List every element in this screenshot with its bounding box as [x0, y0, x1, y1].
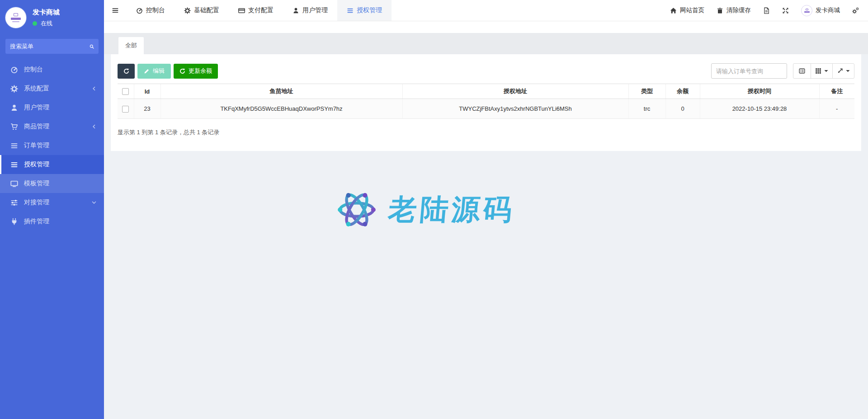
app-root: 发卡商城 在线 控制台 系统配置 用户管理: [0, 0, 868, 419]
gear-icon: [184, 7, 191, 14]
nav-tab-user-management[interactable]: 用户管理: [283, 0, 337, 21]
nav-tab-label: 控制台: [146, 6, 165, 14]
watermark: 老陆源码: [336, 189, 515, 231]
settings-button[interactable]: [852, 7, 859, 14]
order-search-input[interactable]: [711, 63, 787, 79]
tab-all[interactable]: 全部: [118, 37, 144, 54]
refresh-icon: [179, 68, 185, 74]
nav-tab-console[interactable]: 控制台: [127, 0, 175, 21]
site-home-link[interactable]: 网站首页: [670, 6, 704, 14]
sub-header-band: [104, 21, 868, 33]
user-menu[interactable]: 发卡商城: [801, 5, 840, 16]
user-menu-label: 发卡商城: [816, 6, 840, 14]
list-icon: [347, 7, 354, 14]
sidebar-toggle-button[interactable]: [104, 0, 127, 21]
user-avatar: [801, 5, 812, 16]
export-button[interactable]: [832, 63, 854, 79]
menu-search-input[interactable]: [10, 43, 90, 50]
cell-remark: -: [819, 99, 854, 119]
sidebar-item-label: 授权管理: [24, 160, 49, 169]
sidebar-item-label: 系统配置: [24, 85, 49, 93]
menu-search-box: [5, 39, 99, 54]
column-header-id[interactable]: Id: [134, 84, 160, 99]
site-logo-avatar: [5, 7, 26, 28]
sidebar-item-authorization-management[interactable]: 授权管理: [0, 155, 104, 174]
atom-logo-icon: [336, 189, 377, 231]
cell-type: trc: [628, 99, 665, 119]
sidebar-item-label: 用户管理: [24, 104, 49, 112]
chevron-left-icon: [91, 86, 97, 91]
sidebar-item-template-management[interactable]: 模板管理: [0, 174, 104, 193]
sidebar-item-label: 订单管理: [24, 141, 49, 150]
column-header-type[interactable]: 类型: [628, 84, 665, 99]
sidebar-item-label: 插件管理: [24, 217, 49, 226]
list-icon: [10, 142, 18, 150]
sidebar-item-label: 对接管理: [24, 198, 49, 207]
refresh-icon: [123, 68, 129, 74]
tachometer-icon: [136, 7, 143, 14]
home-icon: [670, 7, 677, 14]
column-header-fry-address[interactable]: 鱼苗地址: [160, 84, 402, 99]
nav-tab-basic-config[interactable]: 基础配置: [175, 0, 229, 21]
site-home-label: 网站首页: [680, 6, 704, 14]
sidebar-item-system-config[interactable]: 系统配置: [0, 79, 104, 98]
column-header-balance[interactable]: 余额: [665, 84, 700, 99]
table-header-row: Id 鱼苗地址 授权地址 类型 余额 授权时间 备注: [118, 84, 854, 99]
columns-button[interactable]: [811, 63, 833, 79]
cell-balance: 0: [665, 99, 700, 119]
refresh-button[interactable]: [118, 64, 135, 79]
row-checkbox[interactable]: [122, 106, 129, 113]
cell-fry-address: TKFqXMyfrD5G5WccEBHuaqDXworPSYm7hz: [160, 99, 402, 119]
trash-icon: [717, 7, 723, 14]
caret-down-icon: [846, 70, 850, 72]
sidebar-item-integration-management[interactable]: 对接管理: [0, 193, 104, 212]
language-icon: [763, 7, 770, 14]
user-icon: [292, 7, 299, 14]
column-header-auth-address[interactable]: 授权地址: [402, 84, 628, 99]
sidebar-item-user-management[interactable]: 用户管理: [0, 98, 104, 117]
caret-down-icon: [824, 70, 828, 72]
menu-icon: [112, 7, 119, 14]
sidebar-item-console[interactable]: 控制台: [0, 60, 104, 79]
content-panel: 编辑 更新余额: [111, 54, 861, 151]
chevron-left-icon: [91, 124, 97, 129]
records-summary: 显示第 1 到第 1 条记录，总共 1 条记录: [118, 128, 854, 137]
gear-icon: [10, 85, 18, 93]
online-status: 在线: [33, 19, 60, 28]
select-all-checkbox[interactable]: [122, 88, 129, 95]
detail-view-icon: [799, 68, 805, 74]
sidebar-item-plugin-management[interactable]: 插件管理: [0, 212, 104, 231]
sidebar: 发卡商城 在线 控制台 系统配置 用户管理: [0, 0, 104, 419]
cell-auth-time: 2022-10-15 23:49:28: [700, 99, 819, 119]
sidebar-item-order-management[interactable]: 订单管理: [0, 136, 104, 155]
pencil-icon: [144, 68, 150, 74]
column-header-auth-time[interactable]: 授权时间: [700, 84, 819, 99]
nav-tab-label: 基础配置: [194, 6, 219, 14]
top-navbar: 控制台 基础配置 支付配置 用户管理 授权管理: [104, 0, 868, 21]
plug-icon: [10, 218, 18, 226]
language-button[interactable]: [763, 7, 770, 14]
nav-tab-label: 授权管理: [357, 6, 382, 14]
top-nav-tabs: 控制台 基础配置 支付配置 用户管理 授权管理: [127, 0, 392, 21]
online-dot-icon: [33, 21, 37, 26]
nav-tab-payment-config[interactable]: 支付配置: [229, 0, 283, 21]
sidebar-user-panel: 发卡商城 在线: [0, 0, 104, 33]
column-header-remark[interactable]: 备注: [819, 84, 854, 99]
update-balance-label: 更新余额: [189, 67, 212, 75]
online-status-label: 在线: [41, 19, 52, 28]
fullscreen-button[interactable]: [782, 7, 789, 14]
detail-view-button[interactable]: [793, 63, 811, 79]
authorization-table: Id 鱼苗地址 授权地址 类型 余额 授权时间 备注 23 TKFqXMyfrD…: [118, 84, 854, 119]
fullscreen-icon: [782, 7, 789, 14]
edit-button[interactable]: 编辑: [137, 64, 171, 79]
edit-button-label: 编辑: [153, 67, 165, 75]
search-icon[interactable]: [90, 43, 94, 50]
sidebar-item-product-management[interactable]: 商品管理: [0, 117, 104, 136]
nav-tab-authorization-management[interactable]: 授权管理: [337, 0, 392, 21]
clear-cache-button[interactable]: 清除缓存: [717, 6, 751, 14]
chevron-down-icon: [91, 200, 97, 205]
update-balance-button[interactable]: 更新余额: [174, 64, 218, 79]
sliders-icon: [10, 199, 18, 207]
table-row[interactable]: 23 TKFqXMyfrD5G5WccEBHuaqDXworPSYm7hz TW…: [118, 99, 854, 119]
sidebar-menu: 控制台 系统配置 用户管理 商品管理 订单管理 授权管: [0, 60, 104, 231]
